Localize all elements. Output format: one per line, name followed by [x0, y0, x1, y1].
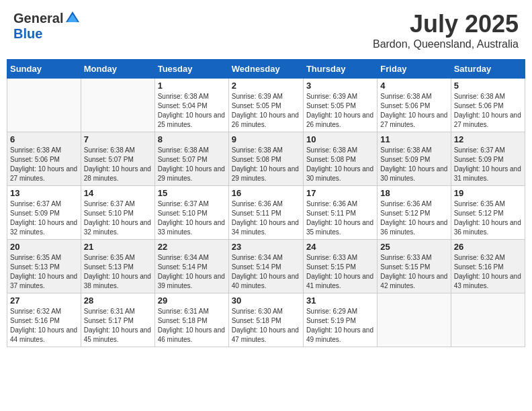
day-number: 20: [10, 242, 78, 252]
header-friday: Friday: [378, 60, 451, 79]
table-row: 7Sunrise: 6:38 AMSunset: 5:07 PMDaylight…: [81, 132, 154, 186]
day-number: 3: [306, 81, 374, 91]
day-info: Sunrise: 6:33 AMSunset: 5:15 PMDaylight:…: [380, 253, 447, 291]
logo-icon: [64, 10, 81, 26]
table-row: 3Sunrise: 6:39 AMSunset: 5:05 PMDaylight…: [303, 79, 377, 132]
table-row: 15Sunrise: 6:37 AMSunset: 5:10 PMDayligh…: [154, 186, 228, 240]
day-number: 30: [232, 295, 300, 306]
day-number: 9: [232, 134, 300, 144]
day-number: 2: [232, 81, 300, 91]
table-row: 22Sunrise: 6:34 AMSunset: 5:14 PMDayligh…: [154, 240, 228, 293]
day-number: 14: [84, 188, 152, 198]
day-info: Sunrise: 6:37 AMSunset: 5:09 PMDaylight:…: [454, 146, 522, 183]
header-tuesday: Tuesday: [154, 60, 228, 79]
day-number: 31: [306, 295, 374, 306]
day-info: Sunrise: 6:31 AMSunset: 5:18 PMDaylight:…: [158, 307, 226, 345]
day-info: Sunrise: 6:33 AMSunset: 5:15 PMDaylight:…: [306, 253, 374, 291]
day-info: Sunrise: 6:30 AMSunset: 5:18 PMDaylight:…: [232, 307, 300, 345]
table-row: [451, 293, 525, 347]
day-number: 13: [10, 188, 78, 198]
logo-general-text: General: [13, 11, 63, 26]
table-row: 4Sunrise: 6:38 AMSunset: 5:06 PMDaylight…: [378, 79, 451, 132]
table-row: 21Sunrise: 6:35 AMSunset: 5:13 PMDayligh…: [81, 240, 154, 293]
table-row: 5Sunrise: 6:38 AMSunset: 5:06 PMDaylight…: [451, 79, 525, 132]
page-header: General Blue July 2025 Bardon, Queenslan…: [7, 7, 525, 54]
day-info: Sunrise: 6:35 AMSunset: 5:12 PMDaylight:…: [454, 199, 522, 237]
table-row: 2Sunrise: 6:39 AMSunset: 5:05 PMDaylight…: [228, 79, 303, 132]
table-row: 31Sunrise: 6:29 AMSunset: 5:19 PMDayligh…: [303, 293, 377, 347]
day-info: Sunrise: 6:32 AMSunset: 5:16 PMDaylight:…: [10, 307, 78, 345]
table-row: 10Sunrise: 6:38 AMSunset: 5:08 PMDayligh…: [303, 132, 377, 186]
table-row: 25Sunrise: 6:33 AMSunset: 5:15 PMDayligh…: [378, 240, 451, 293]
day-number: 23: [232, 242, 300, 252]
table-row: 14Sunrise: 6:37 AMSunset: 5:10 PMDayligh…: [81, 186, 154, 240]
day-number: 27: [10, 295, 78, 306]
table-row: 9Sunrise: 6:38 AMSunset: 5:08 PMDaylight…: [228, 132, 303, 186]
calendar-table: Sunday Monday Tuesday Wednesday Thursday…: [7, 59, 525, 347]
location-subtitle: Bardon, Queensland, Australia: [373, 38, 519, 50]
day-info: Sunrise: 6:39 AMSunset: 5:05 PMDaylight:…: [232, 92, 300, 130]
table-row: 24Sunrise: 6:33 AMSunset: 5:15 PMDayligh…: [303, 240, 377, 293]
day-info: Sunrise: 6:36 AMSunset: 5:11 PMDaylight:…: [232, 199, 300, 237]
day-info: Sunrise: 6:34 AMSunset: 5:14 PMDaylight:…: [232, 253, 300, 291]
day-info: Sunrise: 6:31 AMSunset: 5:17 PMDaylight:…: [84, 307, 152, 345]
month-year-title: July 2025: [373, 10, 519, 38]
day-number: 7: [84, 134, 152, 144]
table-row: 6Sunrise: 6:38 AMSunset: 5:06 PMDaylight…: [7, 132, 81, 186]
calendar-week-row: 6Sunrise: 6:38 AMSunset: 5:06 PMDaylight…: [7, 132, 525, 186]
day-info: Sunrise: 6:34 AMSunset: 5:14 PMDaylight:…: [158, 253, 226, 291]
day-info: Sunrise: 6:38 AMSunset: 5:06 PMDaylight:…: [380, 92, 447, 130]
day-number: 1: [158, 81, 226, 91]
table-row: 27Sunrise: 6:32 AMSunset: 5:16 PMDayligh…: [7, 293, 81, 347]
title-section: July 2025 Bardon, Queensland, Australia: [373, 10, 519, 50]
day-info: Sunrise: 6:36 AMSunset: 5:11 PMDaylight:…: [306, 199, 374, 237]
day-number: 28: [84, 295, 152, 306]
table-row: [7, 79, 81, 132]
header-wednesday: Wednesday: [228, 60, 303, 79]
table-row: 13Sunrise: 6:37 AMSunset: 5:09 PMDayligh…: [7, 186, 81, 240]
table-row: 29Sunrise: 6:31 AMSunset: 5:18 PMDayligh…: [154, 293, 228, 347]
table-row: [378, 293, 451, 347]
table-row: 26Sunrise: 6:32 AMSunset: 5:16 PMDayligh…: [451, 240, 525, 293]
day-info: Sunrise: 6:38 AMSunset: 5:08 PMDaylight:…: [232, 146, 300, 183]
header-saturday: Saturday: [451, 60, 525, 79]
day-number: 17: [306, 188, 374, 198]
day-info: Sunrise: 6:38 AMSunset: 5:08 PMDaylight:…: [306, 146, 374, 183]
header-thursday: Thursday: [303, 60, 377, 79]
day-info: Sunrise: 6:36 AMSunset: 5:12 PMDaylight:…: [380, 199, 447, 237]
day-info: Sunrise: 6:37 AMSunset: 5:10 PMDaylight:…: [84, 199, 152, 237]
table-row: 30Sunrise: 6:30 AMSunset: 5:18 PMDayligh…: [228, 293, 303, 347]
day-info: Sunrise: 6:35 AMSunset: 5:13 PMDaylight:…: [84, 253, 152, 291]
day-number: 12: [454, 134, 522, 144]
day-info: Sunrise: 6:38 AMSunset: 5:04 PMDaylight:…: [158, 92, 226, 130]
logo: General Blue: [13, 10, 81, 42]
table-row: 17Sunrise: 6:36 AMSunset: 5:11 PMDayligh…: [303, 186, 377, 240]
day-number: 15: [158, 188, 226, 198]
day-number: 5: [454, 81, 522, 91]
table-row: 16Sunrise: 6:36 AMSunset: 5:11 PMDayligh…: [228, 186, 303, 240]
table-row: 18Sunrise: 6:36 AMSunset: 5:12 PMDayligh…: [378, 186, 451, 240]
header-monday: Monday: [81, 60, 154, 79]
day-info: Sunrise: 6:32 AMSunset: 5:16 PMDaylight:…: [454, 253, 522, 291]
day-info: Sunrise: 6:29 AMSunset: 5:19 PMDaylight:…: [306, 307, 374, 345]
day-number: 25: [380, 242, 447, 252]
table-row: 28Sunrise: 6:31 AMSunset: 5:17 PMDayligh…: [81, 293, 154, 347]
day-info: Sunrise: 6:38 AMSunset: 5:09 PMDaylight:…: [380, 146, 447, 183]
calendar-week-row: 20Sunrise: 6:35 AMSunset: 5:13 PMDayligh…: [7, 240, 525, 293]
header-sunday: Sunday: [7, 60, 81, 79]
calendar-week-row: 13Sunrise: 6:37 AMSunset: 5:09 PMDayligh…: [7, 186, 525, 240]
day-number: 18: [380, 188, 447, 198]
day-number: 22: [158, 242, 226, 252]
day-number: 19: [454, 188, 522, 198]
table-row: 23Sunrise: 6:34 AMSunset: 5:14 PMDayligh…: [228, 240, 303, 293]
logo-blue-text: Blue: [13, 26, 42, 42]
day-info: Sunrise: 6:39 AMSunset: 5:05 PMDaylight:…: [306, 92, 374, 130]
day-number: 29: [158, 295, 226, 306]
calendar-week-row: 1Sunrise: 6:38 AMSunset: 5:04 PMDaylight…: [7, 79, 525, 132]
day-number: 4: [380, 81, 447, 91]
table-row: 20Sunrise: 6:35 AMSunset: 5:13 PMDayligh…: [7, 240, 81, 293]
day-number: 10: [306, 134, 374, 144]
day-number: 8: [158, 134, 226, 144]
day-info: Sunrise: 6:37 AMSunset: 5:09 PMDaylight:…: [10, 199, 78, 237]
table-row: [81, 79, 154, 132]
